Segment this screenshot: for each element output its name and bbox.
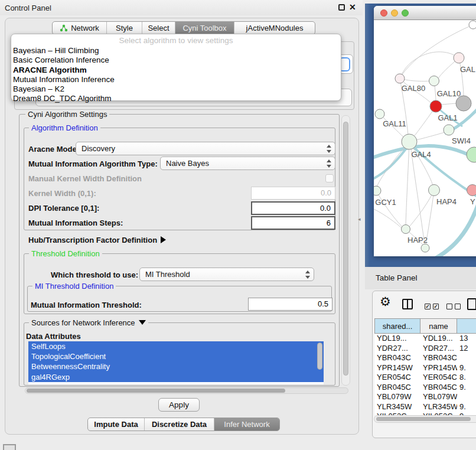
dropdown-item[interactable]: Bayesian – Hill Climbing bbox=[13, 46, 339, 56]
manual-kernel-checkbox[interactable] bbox=[325, 174, 334, 182]
split-pane-handle-icon[interactable]: ◂ bbox=[358, 216, 361, 222]
vertical-scrollbar-thumb[interactable] bbox=[343, 122, 348, 376]
close-icon[interactable]: ✕ bbox=[349, 2, 356, 12]
horizontal-scrollbar-thumb[interactable] bbox=[27, 389, 285, 393]
table-panel: ⚙ ✓ ✓ shared... name A YDL19...YDL19...1… bbox=[372, 291, 476, 438]
network-node[interactable] bbox=[467, 185, 476, 196]
checked-box-icon[interactable]: ✓ bbox=[433, 304, 439, 309]
split-columns-icon[interactable] bbox=[402, 299, 413, 309]
tab-infer-network[interactable]: Infer Network bbox=[214, 418, 279, 431]
mi-steps-field[interactable]: 6 bbox=[251, 216, 335, 230]
network-node[interactable] bbox=[374, 186, 381, 195]
zoom-traffic-light-icon[interactable] bbox=[402, 9, 409, 17]
tab-select[interactable]: Select bbox=[142, 22, 175, 34]
dropdown-item[interactable]: Bayesian – K2 bbox=[13, 84, 339, 94]
application-window: Control Panel ✕ Network Style Select Cyn… bbox=[0, 0, 476, 450]
network-node[interactable] bbox=[375, 109, 384, 119]
network-node[interactable] bbox=[421, 244, 429, 252]
unchecked-box-icon[interactable] bbox=[446, 304, 452, 309]
table-scrollbar-thumb[interactable] bbox=[376, 417, 471, 421]
settings-vertical-scrollbar[interactable] bbox=[341, 115, 350, 386]
tab-jactivemnodules[interactable]: jActiveMNodules bbox=[234, 22, 315, 34]
table-row[interactable]: YBL079WYBL079W bbox=[374, 392, 476, 402]
attribute-list-item[interactable]: BetweennessCentrality bbox=[28, 361, 324, 371]
network-edge[interactable] bbox=[409, 190, 434, 227]
apply-button[interactable]: Apply bbox=[158, 398, 200, 412]
network-edge[interactable] bbox=[406, 142, 409, 225]
dropdown-item[interactable]: Basic Correlation Inference bbox=[13, 56, 339, 65]
table-row[interactable]: YDR27...YDR27...12 bbox=[374, 344, 476, 354]
tab-style[interactable]: Style bbox=[107, 22, 142, 34]
network-node[interactable] bbox=[402, 225, 410, 234]
network-node-label: GAL10 bbox=[437, 89, 461, 98]
network-node[interactable] bbox=[402, 134, 417, 149]
network-node[interactable] bbox=[456, 96, 471, 111]
table-row[interactable]: YER054CYER054C8. bbox=[374, 373, 476, 383]
network-edge[interactable] bbox=[442, 103, 457, 105]
table-horizontal-scrollbar[interactable] bbox=[374, 415, 476, 423]
tab-network[interactable]: Network bbox=[53, 22, 107, 34]
attribute-list-item[interactable]: SelfLoops bbox=[28, 341, 324, 351]
mi-threshold-label: Mutual Information Threshold: bbox=[31, 301, 142, 309]
minimize-traffic-light-icon[interactable] bbox=[391, 9, 398, 17]
network-edge[interactable] bbox=[376, 191, 402, 227]
tab-discretize-data[interactable]: Discretize Data bbox=[145, 418, 214, 431]
attribute-list-item[interactable]: gal4RGexp bbox=[28, 372, 324, 382]
attributes-scrollbar-thumb[interactable] bbox=[317, 343, 322, 370]
network-window-titlebar[interactable] bbox=[374, 6, 476, 20]
network-node[interactable] bbox=[395, 74, 405, 83]
table-row[interactable]: YPR145WYPR145W9. bbox=[374, 363, 476, 373]
table-cell bbox=[457, 353, 476, 363]
column-header-third[interactable]: A bbox=[457, 318, 476, 334]
hub-definition-toggle[interactable]: Hub/Transcription Factor Definition bbox=[28, 236, 166, 244]
network-edge[interactable] bbox=[374, 144, 409, 181]
float-window-icon[interactable] bbox=[338, 4, 345, 11]
network-node-label: HAP4 bbox=[436, 197, 457, 206]
table-row[interactable]: YBR045CYBR045C9. bbox=[374, 383, 476, 393]
mi-threshold-field[interactable]: 0.5 bbox=[248, 298, 332, 311]
dropdown-item[interactable]: Mutual Information Inference bbox=[13, 75, 339, 84]
data-attributes-list[interactable]: SelfLoopsTopologicalCoefficientBetweenne… bbox=[28, 341, 324, 384]
gear-icon[interactable]: ⚙ bbox=[380, 295, 391, 309]
tab-impute-data[interactable]: Impute Data bbox=[88, 418, 145, 431]
network-edge[interactable] bbox=[374, 209, 402, 228]
network-node[interactable] bbox=[467, 147, 476, 162]
dropdown-prompt: Select algorithm to view settings bbox=[11, 36, 341, 45]
table-cell: YPR145W bbox=[374, 363, 420, 373]
dropdown-item[interactable]: ARACNE Algorithm bbox=[13, 66, 339, 75]
table-cell: YBL079W bbox=[374, 392, 420, 402]
table-body[interactable]: YDL19...YDL19...13YDR27...YDR27...12YBR0… bbox=[374, 334, 476, 415]
column-header-shared-name[interactable]: shared... bbox=[374, 318, 420, 334]
table-row[interactable]: YDL19...YDL19...13 bbox=[374, 334, 476, 344]
settings-horizontal-scrollbar[interactable] bbox=[25, 387, 348, 394]
network-canvas[interactable]: GALGAL80GAL10GAL1GAL11GAL4SWI4GCY1HAP4YH… bbox=[374, 20, 476, 256]
network-node[interactable] bbox=[429, 185, 440, 196]
network-node[interactable] bbox=[429, 76, 439, 86]
mi-type-combobox[interactable]: Naive Bayes bbox=[160, 156, 335, 170]
unchecked-box-icon[interactable] bbox=[455, 304, 461, 309]
dpi-tolerance-field[interactable]: 0.0 bbox=[251, 201, 335, 215]
table-cell: YER054C bbox=[374, 373, 420, 383]
network-node[interactable] bbox=[454, 53, 464, 63]
sources-title[interactable]: Sources for Network Inference bbox=[29, 318, 148, 327]
page-icon[interactable] bbox=[467, 298, 476, 310]
tab-cyni-toolbox[interactable]: Cyni Toolbox bbox=[175, 22, 234, 34]
attribute-list-item[interactable]: TopologicalCoefficient bbox=[28, 351, 324, 361]
network-edge[interactable] bbox=[410, 145, 425, 244]
network-graph: GALGAL80GAL10GAL1GAL11GAL4SWI4GCY1HAP4YH… bbox=[374, 20, 476, 256]
table-cell: 8. bbox=[457, 373, 476, 383]
aracne-mode-combobox[interactable]: Discovery bbox=[76, 142, 335, 155]
checked-box-icon[interactable]: ✓ bbox=[425, 304, 431, 309]
table-row[interactable]: YLR345WYLR345W9. bbox=[374, 402, 476, 412]
table-row[interactable]: YBR043CYBR043C bbox=[374, 353, 476, 363]
network-node[interactable] bbox=[430, 100, 442, 112]
network-node[interactable] bbox=[444, 125, 454, 135]
dropdown-item[interactable]: Dream8 DC_TDC Algorithm bbox=[13, 94, 339, 103]
close-traffic-light-icon[interactable] bbox=[380, 9, 387, 17]
which-threshold-combobox[interactable]: MI Threshold bbox=[139, 268, 314, 281]
column-header-name[interactable]: name bbox=[420, 318, 457, 334]
network-node[interactable] bbox=[469, 21, 476, 29]
kernel-width-field[interactable]: 0.0 bbox=[251, 187, 335, 200]
minimized-panel-chip[interactable] bbox=[3, 444, 16, 450]
network-edge[interactable] bbox=[402, 52, 459, 75]
